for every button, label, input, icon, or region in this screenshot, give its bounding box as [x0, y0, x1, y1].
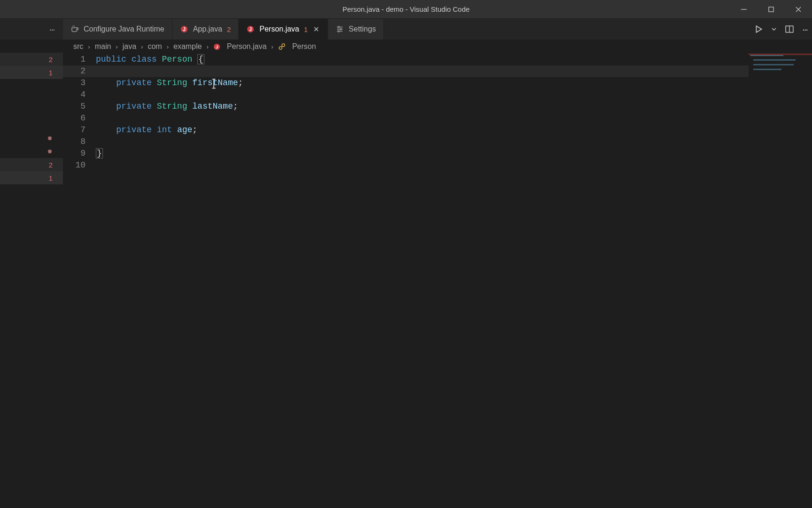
line-number: 6 [63, 112, 96, 124]
error-marker[interactable]: 2 [0, 158, 63, 171]
breadcrumb[interactable]: src › main › java › com › example › J Pe… [0, 40, 812, 54]
error-overview-ruler: 2121 [0, 40, 63, 508]
breadcrumb-item[interactable]: src [73, 42, 83, 51]
svg-point-17 [338, 31, 339, 32]
java-file-icon: J [180, 25, 188, 33]
tab-label: Person.java [259, 25, 299, 33]
error-marker[interactable] [0, 145, 63, 158]
chevron-right-icon: › [88, 43, 90, 50]
error-marker[interactable]: 2 [0, 53, 63, 66]
code-content[interactable]: private String lastName; [96, 101, 238, 112]
error-marker[interactable] [0, 105, 63, 119]
breadcrumb-item[interactable]: Person.java [227, 42, 267, 51]
line-number: 3 [63, 77, 96, 89]
tab-bar: ··· Configure Java Runtime J App.java 2 … [0, 19, 812, 40]
line-number: 5 [63, 101, 96, 112]
error-marker[interactable]: 1 [0, 171, 63, 184]
chevron-right-icon: › [206, 43, 208, 50]
code-line[interactable]: 10 [63, 159, 812, 171]
code-line[interactable]: 7 private int age; [63, 124, 812, 136]
tab-configure-java-runtime[interactable]: Configure Java Runtime [63, 19, 172, 40]
maximize-button[interactable] [757, 0, 785, 18]
svg-text:J: J [183, 27, 186, 32]
error-marker[interactable] [0, 119, 63, 132]
tab-app-java[interactable]: J App.java 2 [172, 19, 239, 40]
tab-settings[interactable]: Settings [328, 19, 384, 40]
title-bar: Person.java - demo - Visual Studio Code [0, 0, 812, 19]
line-number: 10 [63, 159, 96, 171]
more-actions-button[interactable]: ··· [802, 24, 807, 35]
code-content[interactable]: } [96, 148, 103, 159]
chevron-right-icon: › [271, 43, 273, 50]
line-number: 1 [63, 54, 96, 65]
line-number: 4 [63, 89, 96, 101]
svg-line-25 [281, 46, 282, 47]
breadcrumb-item[interactable]: java [123, 42, 136, 51]
run-button[interactable] [754, 25, 763, 33]
breadcrumb-item[interactable]: com [148, 42, 162, 51]
code-line[interactable]: 9} [63, 148, 812, 159]
more-icon: ··· [802, 24, 807, 35]
chevron-right-icon: › [167, 43, 169, 50]
java-file-icon: J [246, 25, 255, 33]
line-number: 9 [63, 148, 96, 159]
tab-person-java[interactable]: J Person.java 1 [239, 19, 328, 40]
code-line[interactable]: 2 [63, 65, 812, 77]
code-line[interactable]: 1public class Person { [63, 54, 812, 65]
svg-marker-18 [757, 26, 762, 32]
java-file-icon: J [213, 43, 220, 50]
line-number: 7 [63, 124, 96, 136]
error-marker[interactable] [0, 132, 63, 145]
svg-text:J: J [216, 45, 218, 49]
breadcrumb-item[interactable]: example [173, 42, 202, 51]
run-dropdown-button[interactable] [771, 26, 777, 32]
window-title: Person.java - demo - Visual Studio Code [343, 5, 470, 13]
minimap[interactable] [749, 54, 812, 82]
breadcrumb-item[interactable]: Person [292, 42, 316, 51]
more-icon: ··· [49, 24, 55, 35]
tab-label: Settings [349, 25, 376, 33]
tab-label: App.java [193, 25, 222, 33]
chevron-right-icon: › [116, 43, 117, 50]
code-line[interactable]: 4 [63, 89, 812, 101]
code-content[interactable]: private int age; [96, 124, 197, 136]
code-line[interactable]: 3 private String firstName; [63, 77, 812, 89]
code-line[interactable]: 8 [63, 136, 812, 148]
settings-icon [336, 25, 344, 33]
minimize-button[interactable] [730, 0, 757, 18]
code-content[interactable]: public class Person { [96, 54, 204, 65]
error-marker[interactable]: 1 [0, 66, 63, 79]
svg-point-16 [340, 29, 342, 30]
chevron-right-icon: › [141, 43, 143, 50]
code-editor[interactable]: 1public class Person {23 private String … [63, 54, 812, 508]
code-line[interactable]: 5 private String lastName; [63, 101, 812, 112]
breadcrumb-item[interactable]: main [95, 42, 111, 51]
error-marker[interactable] [0, 92, 63, 105]
error-marker[interactable] [0, 40, 63, 53]
line-number: 2 [63, 65, 96, 77]
class-icon [278, 43, 286, 50]
coffee-icon [70, 25, 79, 33]
svg-rect-1 [769, 7, 773, 12]
code-line[interactable]: 6 [63, 112, 812, 124]
tab-overflow-menu[interactable]: ··· [40, 19, 63, 40]
tab-label: Configure Java Runtime [84, 25, 164, 33]
close-button[interactable] [785, 0, 812, 18]
svg-text:J: J [249, 27, 252, 32]
error-badge: 1 [304, 25, 308, 33]
split-editor-button[interactable] [785, 25, 794, 33]
close-tab-button[interactable] [312, 25, 320, 33]
svg-point-15 [338, 26, 339, 28]
code-content[interactable]: private String firstName; [96, 77, 243, 89]
error-marker[interactable] [0, 79, 63, 92]
line-number: 8 [63, 136, 96, 148]
error-badge: 2 [227, 25, 231, 33]
